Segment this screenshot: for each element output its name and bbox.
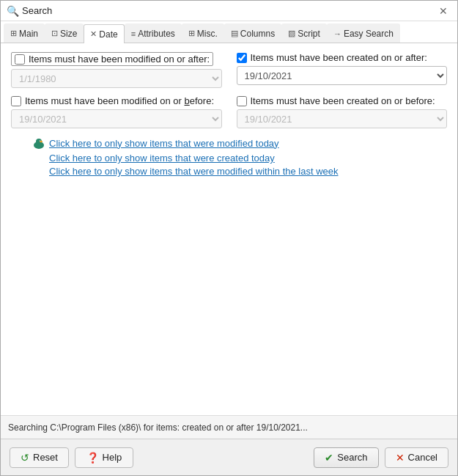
cancel-icon: ✕ [396, 452, 405, 464]
tab-attributes-label: Attributes [138, 29, 175, 39]
tab-attributes-icon: ≡ [131, 29, 136, 38]
reset-button[interactable]: ↺ Reset [10, 447, 69, 468]
tab-columns-icon: ▤ [231, 29, 238, 38]
tab-main[interactable]: ⊞ Main [4, 23, 45, 43]
tab-easy-search[interactable]: → Easy Search [327, 23, 400, 43]
search-window: 🔍 Search ✕ ⊞ Main ⊡ Size ✕ Date ≡ Attrib… [0, 0, 458, 476]
col-modified-after: Items must have been modified on or afte… [11, 52, 222, 88]
link-modified-today[interactable]: Click here to only show items that were … [49, 138, 279, 149]
window-icon: 🔍 [7, 5, 18, 17]
modified-before-select[interactable]: 19/10/2021 [11, 109, 222, 128]
tab-size-icon: ⊡ [51, 29, 58, 38]
created-before-text: Items must have been created on or befor… [251, 95, 435, 106]
reset-label: Reset [33, 452, 58, 463]
tab-bar: ⊞ Main ⊡ Size ✕ Date ≡ Attributes ⊞ Misc… [1, 21, 457, 43]
title-bar-left: 🔍 Search [7, 5, 52, 17]
cancel-label: Cancel [408, 452, 437, 463]
duck-icon [32, 136, 46, 150]
tab-attributes[interactable]: ≡ Attributes [125, 23, 182, 43]
created-before-label[interactable]: Items must have been created on or befor… [237, 95, 448, 106]
status-text: Searching C:\Program Files (x86)\ for it… [8, 422, 308, 433]
tab-size[interactable]: ⊡ Size [45, 23, 84, 43]
bottom-bar: ↺ Reset ❓ Help ✔ Search ✕ Cancel [1, 439, 457, 475]
tab-size-label: Size [60, 29, 77, 39]
created-after-select[interactable]: 19/10/2021 [237, 66, 448, 85]
link-modified-week-row: Click here to only show items that were … [32, 166, 447, 177]
bottom-right-buttons: ✔ Search ✕ Cancel [314, 447, 448, 468]
col-modified-before: Items must have been modified on or befo… [11, 95, 222, 128]
bottom-left-buttons: ↺ Reset ❓ Help [10, 447, 133, 468]
modified-after-select[interactable]: 1/1/1980 [11, 69, 222, 88]
created-after-checkbox[interactable] [237, 53, 247, 63]
modified-after-checkbox-border: Items must have been modified on or afte… [11, 52, 213, 66]
row-1: Items must have been modified on or afte… [11, 52, 447, 88]
tab-misc-icon: ⊞ [188, 29, 195, 38]
row-2: Items must have been modified on or befo… [11, 95, 447, 128]
links-area: Click here to only show items that were … [11, 136, 447, 177]
col-created-before: Items must have been created on or befor… [237, 95, 448, 128]
search-label: Search [337, 452, 367, 463]
created-before-checkbox[interactable] [237, 96, 247, 106]
search-btn-icon: ✔ [325, 452, 333, 464]
tab-date-icon: ✕ [90, 29, 97, 39]
status-bar: Searching C:\Program Files (x86)\ for it… [1, 415, 457, 439]
svg-point-4 [40, 141, 40, 142]
link-created-today-row: Click here to only show items that were … [32, 153, 447, 164]
tab-main-icon: ⊞ [10, 29, 17, 38]
help-button[interactable]: ❓ Help [75, 447, 133, 468]
col-created-after: Items must have been created on or after… [237, 52, 448, 85]
tab-misc[interactable]: ⊞ Misc. [182, 23, 224, 43]
title-bar: 🔍 Search ✕ [1, 1, 457, 21]
modified-after-checkbox[interactable] [15, 54, 25, 65]
tab-easy-search-label: Easy Search [344, 29, 394, 39]
search-button[interactable]: ✔ Search [314, 447, 378, 468]
link-modified-week[interactable]: Click here to only show items that were … [49, 166, 339, 177]
content-area: Items must have been modified on or afte… [1, 43, 457, 415]
created-before-select[interactable]: 19/10/2021 [237, 109, 448, 128]
tab-script[interactable]: ▧ Script [281, 23, 327, 43]
cancel-button[interactable]: ✕ Cancel [385, 447, 448, 468]
created-after-text: Items must have been created on or after… [251, 52, 427, 63]
created-after-label[interactable]: Items must have been created on or after… [237, 52, 448, 63]
reset-icon: ↺ [21, 452, 29, 464]
tab-misc-label: Misc. [197, 29, 218, 39]
window-close-button[interactable]: ✕ [435, 3, 451, 19]
modified-before-text: Items must have been modified on or befo… [25, 95, 214, 106]
tab-main-label: Main [19, 29, 38, 39]
tab-script-label: Script [298, 29, 320, 39]
link-modified-today-row: Click here to only show items that were … [32, 136, 447, 150]
tab-easy-search-icon: → [333, 29, 341, 38]
tab-columns[interactable]: ▤ Columns [224, 23, 281, 43]
tab-date-label: Date [99, 29, 117, 40]
help-icon: ❓ [86, 452, 99, 464]
modified-before-checkbox[interactable] [11, 96, 21, 106]
modified-before-label[interactable]: Items must have been modified on or befo… [11, 95, 222, 106]
modified-after-text: Items must have been modified on or afte… [29, 54, 210, 65]
tab-columns-label: Columns [240, 29, 275, 39]
link-created-today[interactable]: Click here to only show items that were … [49, 153, 275, 164]
help-label: Help [103, 452, 122, 463]
tab-date[interactable]: ✕ Date [84, 24, 124, 43]
modified-after-label[interactable]: Items must have been modified on or afte… [11, 52, 222, 66]
window-title: Search [22, 5, 52, 16]
tab-script-icon: ▧ [288, 29, 295, 38]
